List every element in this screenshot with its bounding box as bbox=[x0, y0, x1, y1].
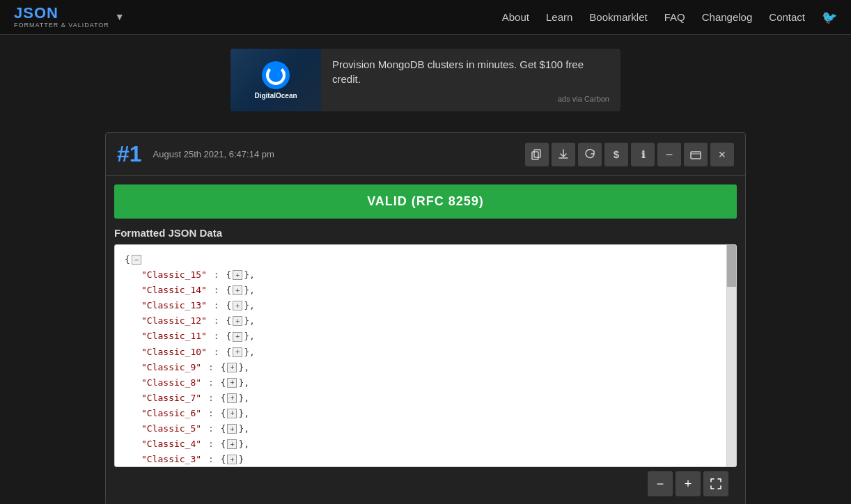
nav-changelog[interactable]: Changelog bbox=[702, 11, 753, 23]
tool-number: #1 bbox=[117, 141, 142, 167]
ad-text: Provision MongoDB clusters in minutes. G… bbox=[332, 57, 609, 86]
json-line: "Classic_8" : {+}, bbox=[125, 375, 717, 391]
json-root-open: { − bbox=[125, 252, 717, 267]
zoom-in-button[interactable]: + bbox=[676, 471, 701, 496]
json-line: "Classic_14" : {+}, bbox=[125, 283, 717, 298]
json-container[interactable]: { − "Classic_15" : {+}, "Classic_14" : {… bbox=[114, 244, 737, 467]
svg-rect-0 bbox=[534, 150, 540, 157]
nav-bookmarklet[interactable]: Bookmarklet bbox=[589, 11, 647, 23]
main-nav: About Learn Bookmarklet FAQ Changelog Co… bbox=[502, 10, 837, 25]
tool-number-value: 1 bbox=[130, 141, 142, 166]
dollar-button[interactable]: $ bbox=[604, 143, 628, 166]
close-button[interactable]: ✕ bbox=[710, 143, 734, 166]
main-content: DigitalOcean Provision MongoDB clusters … bbox=[91, 35, 760, 504]
logo-json-text: JSON bbox=[14, 5, 109, 22]
tool-actions: $ ℹ − ✕ bbox=[525, 143, 734, 166]
expand-classic13-btn[interactable]: + bbox=[233, 301, 242, 310]
json-line: "Classic_7" : {+}, bbox=[125, 391, 717, 406]
expand-classic4-btn[interactable]: + bbox=[227, 439, 237, 449]
tool-header: #1 August 25th 2021, 6:47:14 pm $ ℹ − bbox=[106, 133, 745, 176]
expand-classic7-btn[interactable]: + bbox=[227, 393, 237, 403]
tool-number-hash: # bbox=[117, 141, 130, 166]
json-line: "Classic_11" : {+}, bbox=[125, 329, 717, 344]
json-line: "Classic_10" : {+}, bbox=[125, 345, 717, 360]
ad-image: DigitalOcean bbox=[231, 49, 321, 111]
header-logo-area: JSON FORMATTER & VALIDATOR ▼ bbox=[14, 5, 125, 29]
tool-timestamp: August 25th 2021, 6:47:14 pm bbox=[153, 149, 274, 159]
digitalocean-label: DigitalOcean bbox=[254, 92, 297, 100]
download-button[interactable] bbox=[552, 143, 575, 166]
svg-rect-2 bbox=[691, 152, 701, 159]
expand-classic6-btn[interactable]: + bbox=[227, 409, 237, 418]
json-scrollbar-thumb[interactable] bbox=[727, 245, 736, 287]
ad-text-area: Provision MongoDB clusters in minutes. G… bbox=[321, 49, 620, 111]
json-line: "Classic_15" : {+}, bbox=[125, 267, 717, 283]
tool-section: #1 August 25th 2021, 6:47:14 pm $ ℹ − bbox=[105, 132, 746, 504]
json-line: "Classic_12" : {+}, bbox=[125, 313, 717, 329]
json-line: "Classic_13" : {+}, bbox=[125, 298, 717, 313]
tool-title-area: #1 August 25th 2021, 6:47:14 pm bbox=[117, 141, 274, 167]
minimize-button[interactable]: − bbox=[657, 143, 681, 166]
info-button[interactable]: ℹ bbox=[631, 143, 655, 166]
logo[interactable]: JSON FORMATTER & VALIDATOR bbox=[14, 5, 109, 29]
copy-button[interactable] bbox=[525, 143, 549, 166]
nav-contact[interactable]: Contact bbox=[769, 11, 805, 23]
json-label: Formatted JSON Data bbox=[114, 227, 737, 239]
json-line: "Classic_3" : {+} bbox=[125, 452, 717, 466]
zoom-out-button[interactable]: − bbox=[648, 471, 673, 496]
ad-banner: DigitalOcean Provision MongoDB clusters … bbox=[231, 49, 620, 111]
expand-classic3-btn[interactable]: + bbox=[227, 455, 237, 464]
twitter-icon[interactable]: 🐦 bbox=[822, 10, 837, 25]
svg-rect-1 bbox=[532, 152, 538, 159]
json-line: "Classic_9" : {+}, bbox=[125, 360, 717, 375]
fullscreen-button[interactable] bbox=[703, 471, 728, 496]
expand-classic8-btn[interactable]: + bbox=[227, 378, 237, 388]
expand-classic15-btn[interactable]: + bbox=[233, 270, 242, 280]
valid-banner: VALID (RFC 8259) bbox=[114, 184, 737, 219]
expand-classic9-btn[interactable]: + bbox=[227, 363, 237, 372]
expand-classic14-btn[interactable]: + bbox=[233, 285, 242, 295]
logo-sub-text: FORMATTER & VALIDATOR bbox=[14, 22, 109, 29]
json-bottom-toolbar: − + bbox=[114, 467, 737, 496]
json-line: "Classic_4" : {+}, bbox=[125, 436, 717, 452]
logo-dropdown-arrow[interactable]: ▼ bbox=[115, 11, 125, 22]
collapse-root-btn[interactable]: − bbox=[132, 255, 141, 265]
expand-classic12-btn[interactable]: + bbox=[233, 316, 242, 326]
nav-about[interactable]: About bbox=[502, 11, 529, 23]
expand-button[interactable] bbox=[684, 143, 708, 166]
nav-faq[interactable]: FAQ bbox=[664, 11, 685, 23]
digitalocean-icon bbox=[262, 61, 290, 89]
json-section: Formatted JSON Data { − "Classic_15" : {… bbox=[106, 227, 745, 504]
json-content: { − "Classic_15" : {+}, "Classic_14" : {… bbox=[115, 245, 726, 466]
nav-learn[interactable]: Learn bbox=[546, 11, 572, 23]
json-line: "Classic_5" : {+}, bbox=[125, 421, 717, 436]
ad-attribution: ads via Carbon bbox=[332, 95, 609, 103]
expand-classic11-btn[interactable]: + bbox=[233, 332, 242, 342]
expand-classic10-btn[interactable]: + bbox=[233, 347, 242, 357]
refresh-button[interactable] bbox=[578, 143, 602, 166]
json-scrollbar[interactable] bbox=[726, 245, 736, 466]
expand-classic5-btn[interactable]: + bbox=[227, 424, 237, 434]
digitalocean-logo: DigitalOcean bbox=[254, 61, 297, 100]
json-line: "Classic_6" : {+}, bbox=[125, 406, 717, 421]
